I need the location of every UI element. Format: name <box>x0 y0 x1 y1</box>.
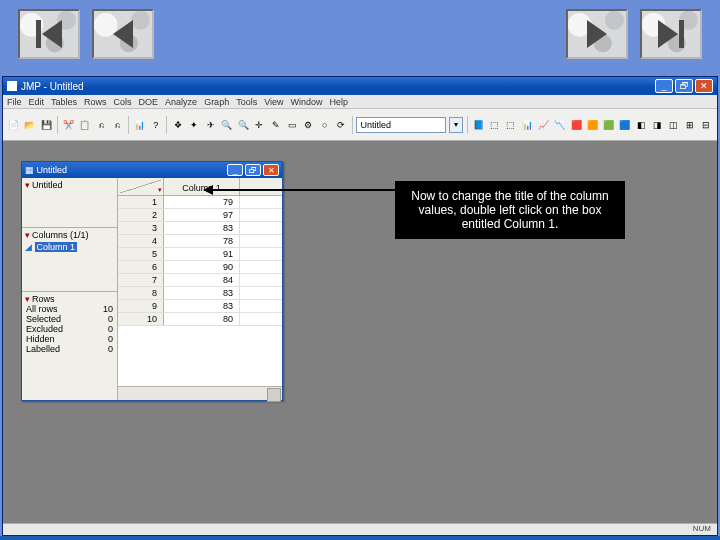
last-slide-button[interactable] <box>640 9 702 59</box>
cell[interactable]: 90 <box>164 261 240 273</box>
tool-r2-13-icon[interactable]: ⊞ <box>683 117 696 132</box>
tool-r2-3-icon[interactable]: 📊 <box>521 117 534 132</box>
menu-cols[interactable]: Cols <box>114 97 132 107</box>
menu-bar: File Edit Tables Rows Cols DOE Analyze G… <box>3 95 717 109</box>
menu-tools[interactable]: Tools <box>236 97 257 107</box>
tool-zoomout-icon[interactable]: 🔍 <box>236 117 249 132</box>
cell[interactable]: 84 <box>164 274 240 286</box>
tool-refresh-icon[interactable]: ⟳ <box>334 117 347 132</box>
table-row: Excluded0 <box>25 324 114 334</box>
bar-icon <box>36 20 41 48</box>
tool-r2-2-icon[interactable]: ⬚ <box>504 117 517 132</box>
table-name-field[interactable] <box>356 117 446 133</box>
cell[interactable]: 83 <box>164 300 240 312</box>
menu-window[interactable]: Window <box>291 97 323 107</box>
menu-tables[interactable]: Tables <box>51 97 77 107</box>
stat-value: 10 <box>93 304 114 314</box>
tool-undo-icon[interactable]: ⎌ <box>94 117 107 132</box>
tool-redo-icon[interactable]: ⎌ <box>111 117 124 132</box>
table-row[interactable]: 297 <box>118 209 282 222</box>
table-row[interactable]: 983 <box>118 300 282 313</box>
data-restore-button[interactable]: 🗗 <box>245 164 261 176</box>
tool-r2-5-icon[interactable]: 📉 <box>553 117 566 132</box>
menu-doe[interactable]: DOE <box>139 97 159 107</box>
tool-cut-icon[interactable]: ✂️ <box>62 117 75 132</box>
tool-pen-icon[interactable]: ✎ <box>269 117 282 132</box>
previous-slide-button[interactable] <box>92 9 154 59</box>
disclosure-icon[interactable]: ▾ <box>25 294 30 304</box>
close-button[interactable]: ✕ <box>695 79 713 93</box>
tool-chart-icon[interactable]: 📊 <box>133 117 146 132</box>
tool-cross-icon[interactable]: ✛ <box>253 117 266 132</box>
horizontal-scrollbar[interactable] <box>118 386 282 400</box>
columns-section: ▾Columns (1/1) ◢ Column 1 <box>22 228 117 292</box>
data-close-button[interactable]: ✕ <box>263 164 279 176</box>
column-item-selected[interactable]: Column 1 <box>35 242 78 252</box>
table-row[interactable]: 784 <box>118 274 282 287</box>
tool-a-icon[interactable]: ❖ <box>171 117 184 132</box>
grid-corner[interactable]: ▾ <box>118 178 164 195</box>
triangle-left-icon <box>42 20 62 48</box>
restore-button[interactable]: 🗗 <box>675 79 693 93</box>
tool-b-icon[interactable]: ✦ <box>188 117 201 132</box>
tool-r2-4-icon[interactable]: 📈 <box>537 117 550 132</box>
status-bar: NUM <box>3 523 717 535</box>
tool-r2-1-icon[interactable]: ⬚ <box>488 117 501 132</box>
cell[interactable]: 97 <box>164 209 240 221</box>
disclosure-icon[interactable]: ▾ <box>25 180 30 190</box>
tool-zoomin-icon[interactable]: 🔍 <box>220 117 233 132</box>
cell[interactable]: 79 <box>164 196 240 208</box>
cell[interactable]: 91 <box>164 248 240 260</box>
menu-graph[interactable]: Graph <box>204 97 229 107</box>
tool-c-icon[interactable]: ✈ <box>204 117 217 132</box>
table-row: All rows10 <box>25 304 114 314</box>
tool-save-icon[interactable]: 💾 <box>40 117 53 132</box>
tool-open-icon[interactable]: 📂 <box>23 117 36 132</box>
tool-r2-11-icon[interactable]: ◨ <box>651 117 664 132</box>
menu-edit[interactable]: Edit <box>29 97 45 107</box>
disclosure-icon[interactable]: ▾ <box>25 230 30 240</box>
menu-view[interactable]: View <box>264 97 283 107</box>
tool-help-icon[interactable]: ? <box>149 117 162 132</box>
cell[interactable]: 80 <box>164 313 240 325</box>
table-row[interactable]: 179 <box>118 196 282 209</box>
doc-icon: ▦ <box>25 165 37 175</box>
tool-r2-10-icon[interactable]: ◧ <box>635 117 648 132</box>
menu-rows[interactable]: Rows <box>84 97 107 107</box>
tool-rect-icon[interactable]: ▭ <box>285 117 298 132</box>
table-row[interactable]: 690 <box>118 261 282 274</box>
menu-file[interactable]: File <box>7 97 22 107</box>
cell[interactable]: 78 <box>164 235 240 247</box>
tool-r2-14-icon[interactable]: ⊟ <box>700 117 713 132</box>
table-row[interactable]: 383 <box>118 222 282 235</box>
table-row[interactable]: 591 <box>118 248 282 261</box>
dropdown-icon[interactable]: ▾ <box>449 117 462 133</box>
tool-r2-12-icon[interactable]: ◫ <box>667 117 680 132</box>
row-number: 3 <box>118 222 164 234</box>
first-slide-button[interactable] <box>18 9 80 59</box>
next-slide-button[interactable] <box>566 9 628 59</box>
minimize-button[interactable]: _ <box>655 79 673 93</box>
menu-analyze[interactable]: Analyze <box>165 97 197 107</box>
tool-r2-7-icon[interactable]: 🟧 <box>586 117 599 132</box>
annotation-arrow <box>209 189 395 191</box>
table-row[interactable]: 1080 <box>118 313 282 326</box>
column-header-column1[interactable]: Column 1 <box>164 178 240 195</box>
tool-paste-icon[interactable]: 📋 <box>78 117 91 132</box>
data-minimize-button[interactable]: _ <box>227 164 243 176</box>
tool-new-icon[interactable]: 📄 <box>7 117 20 132</box>
disclosure-icon[interactable]: ▾ <box>158 186 162 194</box>
tool-gear-icon[interactable]: ⚙ <box>302 117 315 132</box>
table-row[interactable]: 883 <box>118 287 282 300</box>
slide-nav-bar <box>0 0 720 68</box>
tool-r2-0-icon[interactable]: 📘 <box>472 117 485 132</box>
cell[interactable]: 83 <box>164 287 240 299</box>
tool-r2-9-icon[interactable]: 🟦 <box>618 117 631 132</box>
tool-r2-8-icon[interactable]: 🟩 <box>602 117 615 132</box>
cell[interactable]: 83 <box>164 222 240 234</box>
table-row[interactable]: 478 <box>118 235 282 248</box>
row-number: 2 <box>118 209 164 221</box>
tool-r2-6-icon[interactable]: 🟥 <box>569 117 582 132</box>
menu-help[interactable]: Help <box>330 97 349 107</box>
tool-circle-icon[interactable]: ○ <box>318 117 331 132</box>
